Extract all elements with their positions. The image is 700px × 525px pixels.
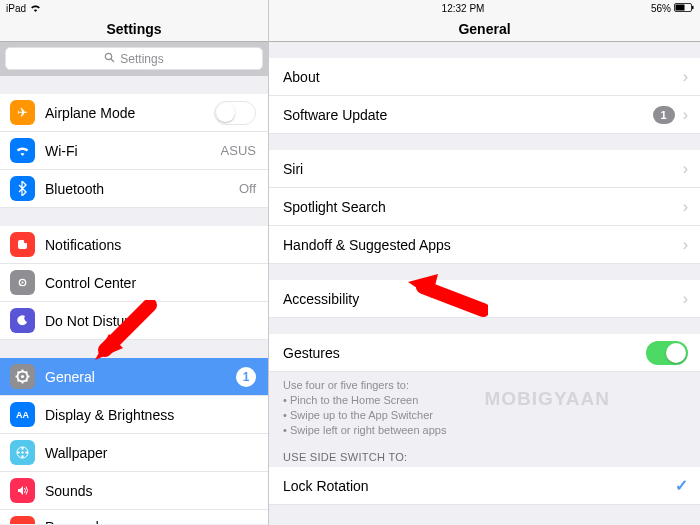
notifications-icon [10,232,35,257]
search-placeholder: Settings [120,52,163,66]
svg-text:AA: AA [16,410,29,420]
battery-icon [674,3,694,14]
battery-percent: 56% [651,3,671,14]
device-label: iPad [6,3,26,14]
search-container: Settings [0,42,268,76]
sidebar-item-wifi[interactable]: Wi-Fi ASUS [0,132,268,170]
checkmark-icon: ✓ [675,476,688,495]
svg-point-22 [25,451,28,453]
chevron-right-icon: › [683,106,688,124]
sidebar-item-display-brightness[interactable]: AA Display & Brightness [0,396,268,434]
passcode-icon [10,516,35,524]
wifi-value: ASUS [221,143,256,158]
row-spotlight-search[interactable]: Spotlight Search › [269,188,700,226]
status-bar-right: 12:32 PM 56% [269,0,700,16]
sidebar-item-do-not-disturb[interactable]: Do Not Disturb [0,302,268,340]
bluetooth-icon [10,176,35,201]
sidebar-item-passcode[interactable]: Passcode [0,510,268,524]
general-badge: 1 [236,367,256,387]
detail-pane: 12:32 PM 56% General About › Software Up… [269,0,700,525]
svg-line-14 [18,380,19,381]
search-icon [104,52,115,66]
bluetooth-value: Off [239,181,256,196]
display-icon: AA [10,402,35,427]
row-siri[interactable]: Siri › [269,150,700,188]
svg-point-3 [24,239,29,244]
chevron-right-icon: › [683,160,688,178]
airplane-icon: ✈ [10,100,35,125]
svg-line-12 [18,372,19,373]
status-time: 12:32 PM [442,3,485,14]
sidebar-item-bluetooth[interactable]: Bluetooth Off [0,170,268,208]
sidebar-item-general[interactable]: General 1 [0,358,268,396]
svg-point-5 [21,281,23,283]
svg-line-15 [26,372,27,373]
svg-rect-24 [675,4,684,10]
row-about[interactable]: About › [269,58,700,96]
wifi-icon [10,138,35,163]
svg-point-0 [106,53,112,59]
general-icon [10,364,35,389]
svg-point-19 [21,447,23,450]
chevron-right-icon: › [683,198,688,216]
status-bar-left: iPad [0,0,268,16]
sidebar-item-notifications[interactable]: Notifications [0,226,268,264]
gestures-hint: Use four or five fingers to: • Pinch to … [269,372,700,441]
svg-point-20 [21,455,23,458]
sidebar-item-wallpaper[interactable]: Wallpaper [0,434,268,472]
gestures-toggle[interactable] [646,341,688,365]
sidebar-title: Settings [0,16,268,42]
row-lock-rotation[interactable]: Lock Rotation ✓ [269,467,700,505]
search-input[interactable]: Settings [5,47,263,70]
chevron-right-icon: › [683,290,688,308]
airplane-toggle[interactable] [214,101,256,125]
svg-point-7 [21,375,24,378]
side-switch-header: USE SIDE SWITCH TO: [269,441,700,467]
wallpaper-icon [10,440,35,465]
sounds-icon [10,478,35,503]
svg-rect-25 [692,5,694,8]
dnd-icon [10,308,35,333]
row-handoff[interactable]: Handoff & Suggested Apps › [269,226,700,264]
sidebar-item-sounds[interactable]: Sounds [0,472,268,510]
wifi-status-icon [30,3,41,14]
row-gestures[interactable]: Gestures [269,334,700,372]
software-update-badge: 1 [653,106,675,124]
row-software-update[interactable]: Software Update 1 › [269,96,700,134]
svg-point-18 [21,451,23,453]
sidebar-item-airplane-mode[interactable]: ✈ Airplane Mode [0,94,268,132]
svg-line-13 [26,380,27,381]
sidebar-item-control-center[interactable]: Control Center [0,264,268,302]
svg-line-1 [111,59,114,62]
detail-title: General [269,16,700,42]
chevron-right-icon: › [683,68,688,86]
settings-sidebar: iPad Settings Settings ✈ Airplane Mode [0,0,269,525]
control-center-icon [10,270,35,295]
svg-point-21 [17,451,20,453]
chevron-right-icon: › [683,236,688,254]
row-accessibility[interactable]: Accessibility › [269,280,700,318]
